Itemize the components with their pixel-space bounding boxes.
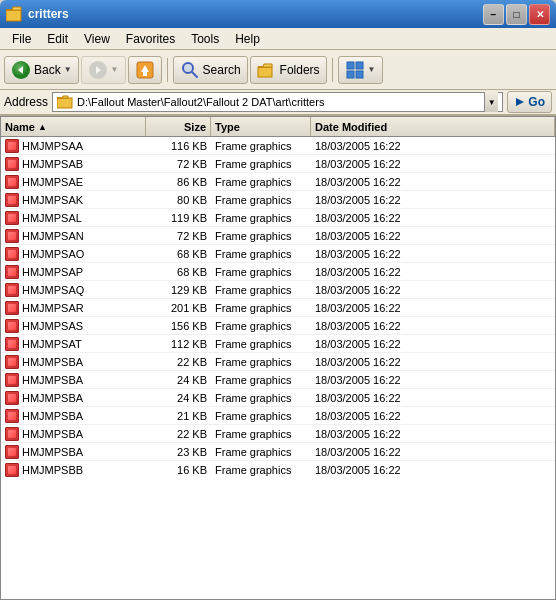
back-button[interactable]: Back ▼ [4,56,79,84]
menu-tools[interactable]: Tools [183,30,227,48]
forward-icon [88,60,108,80]
file-type-cell: Frame graphics [211,299,311,316]
svg-line-10 [192,72,197,77]
table-row[interactable]: HMJMPSBA 22 KB Frame graphics 18/03/2005… [1,425,555,443]
table-row[interactable]: HMJMPSBA 24 KB Frame graphics 18/03/2005… [1,371,555,389]
file-type-cell: Frame graphics [211,443,311,460]
file-type-cell: Frame graphics [211,245,311,262]
file-name-cell: HMJMPSAR [1,299,146,316]
col-header-size[interactable]: Size [146,117,211,136]
file-type: Frame graphics [215,230,291,242]
maximize-button[interactable]: □ [506,4,527,25]
table-row[interactable]: HMJMPSAT 112 KB Frame graphics 18/03/200… [1,335,555,353]
col-header-name[interactable]: Name ▲ [1,117,146,136]
table-row[interactable]: HMJMPSAN 72 KB Frame graphics 18/03/2005… [1,227,555,245]
table-row[interactable]: HMJMPSAP 68 KB Frame graphics 18/03/2005… [1,263,555,281]
file-type-icon [5,139,19,153]
file-size-cell: 116 KB [146,137,211,154]
file-type: Frame graphics [215,464,291,476]
file-type: Frame graphics [215,176,291,188]
table-row[interactable]: HMJMPSAQ 129 KB Frame graphics 18/03/200… [1,281,555,299]
file-type-cell: Frame graphics [211,389,311,406]
table-row[interactable]: HMJMPSAB 72 KB Frame graphics 18/03/2005… [1,155,555,173]
go-button[interactable]: Go [507,91,552,113]
forward-dropdown-arrow[interactable]: ▼ [111,65,119,74]
file-date: 18/03/2005 16:22 [315,176,401,188]
file-name-cell: HMJMPSBA [1,407,146,424]
up-icon [135,60,155,80]
file-date-cell: 18/03/2005 16:22 [311,227,555,244]
table-row[interactable]: HMJMPSBB 16 KB Frame graphics 18/03/2005… [1,461,555,477]
search-button[interactable]: Search [173,56,248,84]
file-date: 18/03/2005 16:22 [315,428,401,440]
file-size: 156 KB [171,320,207,332]
close-button[interactable]: ✕ [529,4,550,25]
file-size-cell: 23 KB [146,443,211,460]
svg-rect-12 [258,67,272,77]
file-type: Frame graphics [215,356,291,368]
views-dropdown-arrow[interactable]: ▼ [368,65,376,74]
menu-view[interactable]: View [76,30,118,48]
file-type: Frame graphics [215,284,291,296]
file-size: 22 KB [177,428,207,440]
address-bar: Address D:\Fallout Master\Fallout2\Fallo… [0,90,556,116]
menu-file[interactable]: File [4,30,39,48]
table-row[interactable]: HMJMPSBA 21 KB Frame graphics 18/03/2005… [1,407,555,425]
col-header-type[interactable]: Type [211,117,311,136]
table-row[interactable]: HMJMPSAA 116 KB Frame graphics 18/03/200… [1,137,555,155]
svg-marker-20 [516,98,524,106]
file-date-cell: 18/03/2005 16:22 [311,335,555,352]
sort-arrow: ▲ [38,122,47,132]
table-row[interactable]: HMJMPSBA 23 KB Frame graphics 18/03/2005… [1,443,555,461]
file-date-cell: 18/03/2005 16:22 [311,425,555,442]
menu-edit[interactable]: Edit [39,30,76,48]
table-row[interactable]: HMJMPSAS 156 KB Frame graphics 18/03/200… [1,317,555,335]
file-date-cell: 18/03/2005 16:22 [311,155,555,172]
menu-help[interactable]: Help [227,30,268,48]
address-input-wrap[interactable]: D:\Fallout Master\Fallout2\Fallout 2 DAT… [52,92,503,112]
file-size: 80 KB [177,194,207,206]
file-name: HMJMPSAO [22,248,84,260]
svg-marker-13 [258,64,272,67]
minimize-button[interactable]: − [483,4,504,25]
file-size-cell: 80 KB [146,191,211,208]
go-arrow-icon [514,96,526,108]
file-size: 116 KB [171,140,207,152]
col-header-date[interactable]: Date Modified [311,117,555,136]
address-dropdown[interactable]: ▼ [484,92,498,112]
file-size-cell: 16 KB [146,461,211,477]
table-row[interactable]: HMJMPSBA 24 KB Frame graphics 18/03/2005… [1,389,555,407]
file-size-cell: 68 KB [146,263,211,280]
file-size: 119 KB [171,212,207,224]
file-size: 16 KB [177,464,207,476]
file-type-cell: Frame graphics [211,209,311,226]
file-type-cell: Frame graphics [211,425,311,442]
file-type-icon [5,445,19,459]
file-size-cell: 22 KB [146,353,211,370]
table-row[interactable]: HMJMPSAL 119 KB Frame graphics 18/03/200… [1,209,555,227]
file-date-cell: 18/03/2005 16:22 [311,389,555,406]
table-row[interactable]: HMJMPSBA 22 KB Frame graphics 18/03/2005… [1,353,555,371]
toolbar-separator-1 [167,58,168,82]
views-button[interactable]: ▼ [338,56,383,84]
file-list-scroll[interactable]: Name ▲ Size Type Date Modified HMJMPSAA … [1,117,555,477]
main-content: Name ▲ Size Type Date Modified HMJMPSAA … [0,116,556,600]
file-date: 18/03/2005 16:22 [315,374,401,386]
forward-button[interactable]: ▼ [81,56,126,84]
folders-label: Folders [280,63,320,77]
file-date-cell: 18/03/2005 16:22 [311,371,555,388]
file-type-cell: Frame graphics [211,461,311,477]
views-icon [345,60,365,80]
table-row[interactable]: HMJMPSAE 86 KB Frame graphics 18/03/2005… [1,173,555,191]
file-type: Frame graphics [215,410,291,422]
table-row[interactable]: HMJMPSAO 68 KB Frame graphics 18/03/2005… [1,245,555,263]
table-row[interactable]: HMJMPSAR 201 KB Frame graphics 18/03/200… [1,299,555,317]
file-name: HMJMPSAP [22,266,83,278]
up-button[interactable] [128,56,162,84]
file-size: 129 KB [171,284,207,296]
back-dropdown-arrow[interactable]: ▼ [64,65,72,74]
table-row[interactable]: HMJMPSAK 80 KB Frame graphics 18/03/2005… [1,191,555,209]
folders-button[interactable]: Folders [250,56,327,84]
file-date: 18/03/2005 16:22 [315,410,401,422]
menu-favorites[interactable]: Favorites [118,30,183,48]
